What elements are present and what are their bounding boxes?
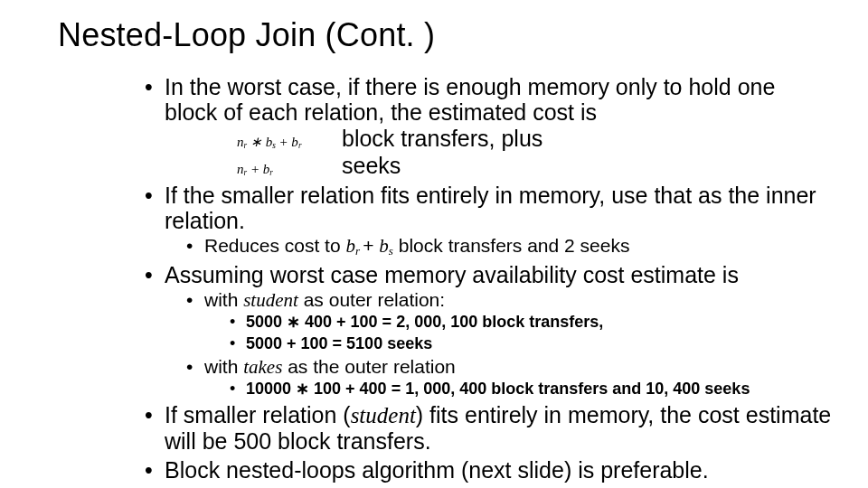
- slide: Nested-Loop Join (Cont. ) In the worst c…: [0, 0, 868, 488]
- text-part: with: [204, 289, 243, 310]
- formula-expr: nr + br: [237, 161, 336, 178]
- sub-list: Reduces cost to br + bs block transfers …: [204, 235, 832, 258]
- bullet-assuming-worst-case: Assuming worst case memory availability …: [165, 262, 832, 399]
- bullet-worst-case: In the worst case, if there is enough me…: [165, 74, 832, 179]
- var-bs: bs: [379, 235, 393, 257]
- formula-block: nr ∗ bs + br block transfers, plus nr + …: [165, 125, 832, 179]
- subsub-list: 10000 ∗ 100 + 400 = 1, 000, 400 block tr…: [246, 380, 832, 399]
- formula-block-transfers: nr ∗ bs + br block transfers, plus: [237, 125, 832, 152]
- subsub-list: 5000 ∗ 400 + 100 = 2, 000, 100 block tra…: [246, 313, 832, 353]
- bullet-list: In the worst case, if there is enough me…: [165, 74, 832, 483]
- text-part: as outer relation:: [298, 289, 445, 310]
- var-br: br: [345, 235, 363, 257]
- sub-list: with student as outer relation: 5000 ∗ 4…: [204, 289, 832, 399]
- text-part: block transfers and 2 seeks: [393, 235, 629, 256]
- formula-seeks: nr + br seeks: [237, 152, 832, 179]
- sub-bullet-takes-outer: with takes as the outer relation 10000 ∗…: [204, 356, 832, 399]
- relation-student: student: [351, 403, 416, 427]
- relation-student: student: [243, 289, 298, 311]
- relation-takes: takes: [243, 356, 282, 378]
- calc-student-seeks: 5000 + 100 = 5100 seeks: [246, 334, 832, 354]
- formula-expr: nr ∗ bs + br: [237, 134, 336, 151]
- sub-bullet-student-outer: with student as outer relation: 5000 ∗ 4…: [204, 289, 832, 353]
- bullet-smaller-relation-500: If smaller relation (student) fits entir…: [165, 402, 832, 454]
- formula-desc: seeks: [342, 152, 832, 179]
- bullet-text: Assuming worst case memory availability …: [165, 262, 739, 287]
- calc-student-transfers: 5000 ∗ 400 + 100 = 2, 000, 100 block tra…: [246, 313, 832, 333]
- bullet-smaller-relation-memory: If the smaller relation fits entirely in…: [165, 183, 832, 258]
- bullet-text: If the smaller relation fits entirely in…: [165, 183, 816, 233]
- formula-desc: block transfers, plus: [342, 125, 832, 152]
- slide-title: Nested-Loop Join (Cont. ): [58, 16, 832, 54]
- text-part: Reduces cost to: [204, 235, 345, 256]
- bullet-block-nested-loops: Block nested-loops algorithm (next slide…: [165, 457, 832, 483]
- text-part: as the outer relation: [282, 356, 455, 377]
- calc-takes-transfers-seeks: 10000 ∗ 100 + 400 = 1, 000, 400 block tr…: [246, 380, 832, 399]
- text-part: If smaller relation (: [165, 402, 351, 427]
- text-part: with: [204, 356, 243, 377]
- bullet-text: In the worst case, if there is enough me…: [165, 74, 775, 125]
- sub-bullet-reduces-cost: Reduces cost to br + bs block transfers …: [204, 235, 832, 258]
